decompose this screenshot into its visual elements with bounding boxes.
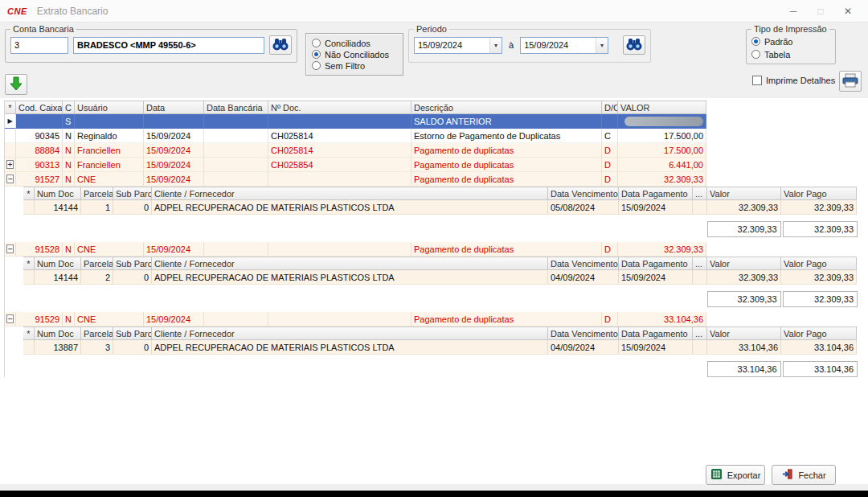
header-valor[interactable]: VALOR (618, 101, 706, 114)
detail-header-indicator[interactable]: * (23, 187, 35, 200)
cell-data (144, 114, 204, 129)
cell-num-doc: CH025814 (268, 129, 411, 143)
radio-tabela[interactable]: Tabela (751, 49, 830, 60)
cell-cod-caixa: 91527 (16, 172, 63, 187)
header-c[interactable]: C (63, 101, 75, 114)
header-data[interactable]: Data (144, 101, 204, 114)
cell-data: 15/09/2024 (144, 242, 204, 257)
import-button[interactable] (5, 74, 27, 95)
radio-icon-checked[interactable] (751, 37, 760, 46)
detail-header-data-pagamento[interactable]: Data Pagamento (619, 327, 693, 340)
detail-header-indicator[interactable]: * (23, 327, 35, 340)
chevron-down-icon[interactable]: ▾ (489, 38, 502, 53)
close-button[interactable]: ✕ (834, 0, 862, 23)
detail-header-data-vencimento[interactable]: Data Vencimento (548, 327, 619, 340)
detail-header-num-doc[interactable]: Num Doc (35, 257, 81, 270)
detail-header-parcela[interactable]: Parcela (81, 187, 113, 200)
detail-row[interactable]: 14144 1 0 ADPEL RECUPERACAO DE MATERIAIS… (23, 200, 857, 215)
titlebar: CNE Extrato Bancario ─ □ ✕ (0, 0, 868, 23)
detail-header-indicator[interactable]: * (23, 257, 35, 270)
detail-header-parcela[interactable]: Parcela (81, 327, 113, 340)
row-indicator-cell: ▶ (5, 114, 16, 129)
detail-header-data-vencimento[interactable]: Data Vencimento (548, 187, 619, 200)
radio-icon[interactable] (312, 61, 321, 70)
print-button[interactable] (839, 71, 862, 92)
cell-cod-caixa: 91529 (16, 312, 63, 327)
collapse-icon[interactable]: − (6, 314, 13, 323)
header-usuario[interactable]: Usuário (75, 101, 144, 114)
detail-cell-cliente: ADPEL RECUPERACAO DE MATERIAIS PLASTICOS… (152, 200, 548, 215)
detail-header-num-doc[interactable]: Num Doc (35, 187, 81, 200)
radio-sem-filtro[interactable]: Sem Filtro (312, 60, 397, 71)
detail-header-sub-parcela[interactable]: Sub Parcela (113, 187, 152, 200)
detail-header-data-pagamento[interactable]: Data Pagamento (619, 257, 693, 270)
detail-header-valor-pago[interactable]: Valor Pago (781, 327, 857, 340)
detail-header-cliente[interactable]: Cliente / Fornecedor (152, 187, 548, 200)
row-indicator-cell: − (5, 312, 16, 327)
cell-data-bancaria (204, 158, 268, 172)
table-row[interactable]: + 90313 N Franciellen 15/09/2024 CH02585… (5, 158, 706, 172)
radio-conciliados[interactable]: Conciliados (312, 38, 397, 48)
expand-icon[interactable]: + (6, 160, 13, 169)
detail-header-sub-parcela[interactable]: Sub Parcela (113, 257, 152, 270)
table-row-saldo-anterior[interactable]: ▶ S SALDO ANTERIOR (5, 114, 706, 129)
header-num-doc[interactable]: Nº Doc. (268, 101, 411, 114)
radio-padrao[interactable]: Padrão (751, 36, 830, 47)
detail-header-valor[interactable]: Valor (707, 187, 781, 200)
header-indicator[interactable]: * (5, 101, 16, 114)
detail-header-cliente[interactable]: Cliente / Fornecedor (152, 257, 548, 270)
imprime-detalhes-option[interactable]: Imprime Detalhes (752, 76, 835, 85)
detail-header-dots[interactable]: ... (693, 257, 707, 270)
cell-descricao: Pagamento de duplicatas (411, 312, 602, 327)
periodo-to-select[interactable]: 15/09/2024 ▾ (520, 37, 608, 54)
periodo-from-select[interactable]: 15/09/2024 ▾ (414, 37, 502, 54)
table-row[interactable]: − 91528 N CNE 15/09/2024 Pagamento de du… (5, 242, 706, 257)
maximize-button[interactable]: □ (807, 0, 834, 23)
detail-header-valor[interactable]: Valor (707, 257, 781, 270)
collapse-icon[interactable]: − (6, 175, 13, 183)
detail-header-data-vencimento[interactable]: Data Vencimento (548, 257, 619, 270)
detail-row[interactable]: 13887 3 0 ADPEL RECUPERACAO DE MATERIAIS… (23, 340, 857, 355)
table-row[interactable]: 90345 N Reginaldo 15/09/2024 CH025814 Es… (5, 129, 706, 143)
table-row[interactable]: 88884 N Franciellen 15/09/2024 CH025814 … (5, 143, 706, 158)
table-row[interactable]: − 91529 N CNE 15/09/2024 Pagamento de du… (5, 312, 706, 327)
tipo-impressao-group: Tipo de Impressão Padrão Tabela (746, 24, 836, 64)
detail-indicator-cell (23, 200, 35, 215)
minimize-button[interactable]: ─ (780, 0, 807, 23)
detail-row[interactable]: 14144 2 0 ADPEL RECUPERACAO DE MATERIAIS… (23, 270, 857, 285)
radio-icon[interactable] (312, 39, 321, 47)
detail-header-valor-pago[interactable]: Valor Pago (781, 187, 857, 200)
periodo-group: Periodo 15/09/2024 ▾ à 15/09/2024 ▾ (408, 24, 651, 63)
detail-header-dots[interactable]: ... (693, 187, 707, 200)
header-descricao[interactable]: Descrição (411, 101, 602, 114)
conta-name-input[interactable] (73, 37, 264, 54)
header-cod-caixa[interactable]: Cod. Caixa (16, 101, 63, 114)
search-periodo-button[interactable] (623, 35, 645, 55)
fechar-button[interactable]: Fechar (772, 465, 836, 485)
cell-num-doc: CH025814 (268, 143, 411, 158)
detail-header-num-doc[interactable]: Num Doc (35, 327, 81, 340)
detail-header-cliente[interactable]: Cliente / Fornecedor (152, 327, 548, 340)
conta-code-input[interactable] (10, 37, 68, 54)
detail-header-parcela[interactable]: Parcela (81, 257, 113, 270)
radio-nao-conciliados[interactable]: Não Conciliados (312, 49, 397, 60)
header-dc[interactable]: D/C (602, 101, 618, 114)
radio-icon[interactable] (751, 50, 760, 59)
detail-header-valor[interactable]: Valor (707, 327, 781, 340)
search-conta-button[interactable] (269, 35, 292, 55)
detail-header-valor-pago[interactable]: Valor Pago (781, 257, 857, 270)
detail-header-sub-parcela[interactable]: Sub Parcela (113, 327, 152, 340)
detail-cell-sub-parcela: 0 (113, 340, 152, 355)
imprime-detalhes-checkbox[interactable] (752, 76, 762, 85)
header-data-bancaria[interactable]: Data Bancária (204, 101, 268, 114)
radio-icon-checked[interactable] (312, 50, 321, 59)
table-row[interactable]: − 91527 N CNE 15/09/2024 Pagamento de du… (5, 172, 706, 187)
detail-header-dots[interactable]: ... (693, 327, 707, 340)
chevron-down-icon[interactable]: ▾ (596, 38, 608, 53)
window-title: Extrato Bancario (37, 6, 108, 17)
detail-header-data-pagamento[interactable]: Data Pagamento (619, 187, 693, 200)
collapse-icon[interactable]: − (6, 244, 13, 253)
export-button[interactable]: Exportar (706, 465, 765, 485)
cell-data-bancaria (204, 143, 268, 158)
binoculars-icon (625, 38, 643, 53)
